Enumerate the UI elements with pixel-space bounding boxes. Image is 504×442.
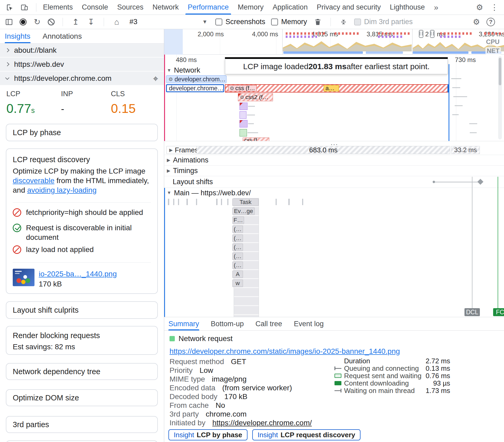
- frames-track-header[interactable]: ▶ Frames: [166, 146, 201, 154]
- timeline-overview[interactable]: 2,000 ms 4,000 ms 1,815 ms 3,815 ms 2 ms…: [164, 29, 504, 55]
- navigation-item-web-dev[interactable]: https://web.dev: [0, 58, 164, 71]
- tab-summary[interactable]: Summary: [168, 317, 199, 330]
- track-title: Network: [174, 66, 200, 74]
- request-chip-small[interactable]: [240, 120, 247, 127]
- tab-network[interactable]: Network: [148, 0, 183, 15]
- collapse-tracks-icon[interactable]: [339, 17, 348, 27]
- tab-insights[interactable]: Insights: [5, 29, 31, 43]
- selected-network-request-chip[interactable]: developer.chrome…: [166, 84, 224, 92]
- collect-garbage-icon[interactable]: [313, 17, 323, 27]
- network-request-chip[interactable]: ⚙ developer.chrom…: [166, 75, 227, 83]
- initiator-link[interactable]: https://developer.chrome.com/: [212, 419, 312, 427]
- task-bar[interactable]: w: [232, 280, 243, 287]
- discoverable-link[interactable]: discoverable: [13, 176, 54, 185]
- kebab-menu-icon[interactable]: ⋮: [490, 3, 499, 12]
- font-request-chip[interactable]: a…: [324, 85, 339, 91]
- css-request-chip-clipped[interactable]: css (f: [243, 138, 269, 141]
- network-activity-bar: [366, 51, 403, 54]
- render-blocking-request-bar[interactable]: ⚙ css (f… a…: [225, 84, 449, 92]
- insight-card-partial[interactable]: [6, 440, 158, 442]
- main-thread-track-header[interactable]: ▼Main — https://web.dev/: [164, 188, 504, 198]
- clear-recording-icon[interactable]: [48, 19, 55, 25]
- live-metrics-home-icon[interactable]: ⌂: [112, 17, 121, 27]
- toggle-sidebar-icon[interactable]: [4, 17, 14, 27]
- tab-bottom-up[interactable]: Bottom-up: [211, 317, 244, 330]
- frames-track[interactable]: ▶ Frames 683.0 ms 33.2 ms: [164, 145, 504, 155]
- insight-card-optimize-dom-size[interactable]: Optimize DOM size: [6, 389, 158, 406]
- tab-console[interactable]: Console: [77, 0, 113, 15]
- css2-request-chip[interactable]: ⚙ css2 (f…: [238, 93, 273, 101]
- frame-duration-bar-tail[interactable]: 33.2 ms: [451, 146, 480, 154]
- task-bar[interactable]: (…: [232, 226, 243, 233]
- insight-lcp-by-phase-button[interactable]: Insight LCP by phase: [168, 429, 247, 440]
- performance-settings-gear-icon[interactable]: ⚙: [472, 17, 481, 27]
- tab-call-tree[interactable]: Call tree: [255, 317, 282, 330]
- lcp-image-file-link[interactable]: io-2025-ba…_1440.png: [39, 270, 117, 278]
- insight-lcp-request-discovery-button[interactable]: Insight LCP request discovery: [252, 429, 360, 440]
- window-left-handle[interactable]: [419, 30, 423, 38]
- screenshots-checkbox[interactable]: Screenshots: [215, 18, 265, 26]
- inspect-element-icon[interactable]: [5, 3, 14, 12]
- task-bar[interactable]: (…: [232, 253, 243, 260]
- timings-track[interactable]: ▶Timings: [164, 166, 504, 176]
- frame-duration-bar[interactable]: 683.0 ms: [197, 146, 450, 154]
- device-toolbar-icon[interactable]: [20, 3, 29, 12]
- card-title: LCP request discovery: [13, 155, 90, 164]
- task-bar[interactable]: (…: [232, 244, 243, 251]
- insight-card-lcp-by-phase[interactable]: LCP by phase: [6, 124, 158, 141]
- task-bar[interactable]: F…: [232, 216, 244, 224]
- tab-privacy-and-security[interactable]: Privacy and security: [312, 0, 385, 15]
- insight-card-render-blocking[interactable]: Render blocking requests Est savings: 82…: [6, 326, 158, 355]
- window-right-handle[interactable]: [430, 30, 435, 38]
- help-icon[interactable]: ?: [486, 18, 495, 26]
- tab-application[interactable]: Application: [268, 0, 312, 15]
- insight-card-layout-shift-culprits[interactable]: Layout shift culprits: [6, 301, 158, 319]
- network-track-header[interactable]: ▼ Network: [167, 66, 200, 74]
- task-bar[interactable]: Task: [232, 198, 259, 206]
- insight-card-lcp-request-discovery[interactable]: LCP request discovery Optimize LCP by ma…: [6, 148, 158, 294]
- animations-track[interactable]: ▶Animations: [164, 155, 504, 166]
- tab-performance[interactable]: Performance: [183, 0, 233, 15]
- tab-lighthouse[interactable]: Lighthouse: [385, 0, 429, 15]
- task-bar[interactable]: A: [232, 271, 243, 278]
- request-chip-small[interactable]: [240, 103, 247, 110]
- tab-event-log[interactable]: Event log: [294, 317, 324, 330]
- fcp-marker-badge[interactable]: FC: [493, 308, 504, 316]
- memory-checkbox[interactable]: Memory: [271, 18, 307, 26]
- insight-card-3rd-parties[interactable]: 3rd parties: [6, 416, 158, 433]
- avoid-lazy-loading-link[interactable]: avoiding lazy-loading: [27, 186, 97, 194]
- settings-gear-icon[interactable]: ⚙: [475, 3, 484, 12]
- network-flame-chart[interactable]: 480 ms 730 ms LCP image loaded 201.83 ms…: [164, 55, 504, 141]
- record-button[interactable]: [20, 19, 27, 25]
- task-bar[interactable]: (…: [232, 235, 243, 242]
- tab-sources[interactable]: Sources: [113, 0, 148, 15]
- tab-elements[interactable]: Elements: [38, 0, 77, 15]
- request-chip-small[interactable]: [240, 129, 247, 136]
- insight-card-network-dependency-tree[interactable]: Network dependency tree: [6, 363, 158, 380]
- request-chip-small[interactable]: [240, 111, 246, 119]
- export-profile-icon[interactable]: ↧: [86, 17, 96, 27]
- navigation-item-developer-chrome[interactable]: https://developer.chrome.com ⌖: [0, 72, 164, 85]
- dim-3rd-parties-checkbox[interactable]: Dim 3rd parties: [354, 18, 413, 26]
- field-measurement-icon[interactable]: ⌖: [153, 74, 158, 83]
- layout-shifts-track[interactable]: Layout shifts: [164, 176, 504, 188]
- main-thread-flame-chart[interactable]: Task Ev…ge F… (… (… (… (… (… A w: [164, 198, 504, 317]
- reload-and-record-icon[interactable]: ↻: [32, 17, 42, 27]
- layout-shift-diamond[interactable]: [477, 179, 484, 185]
- css-request-chip[interactable]: ⚙ css (f…: [228, 85, 257, 91]
- dcl-marker-badge[interactable]: DCL: [464, 308, 480, 316]
- scrollbar-track[interactable]: [498, 56, 502, 139]
- more-tabs-icon[interactable]: »: [429, 0, 443, 15]
- navigation-item-about-blank[interactable]: about://blank: [0, 43, 164, 57]
- tab-annotations[interactable]: Annotations: [43, 29, 82, 43]
- summary-pane: Network request https://developer.chrome…: [164, 331, 504, 442]
- history-select[interactable]: #3 ▼: [127, 18, 210, 26]
- tab-memory[interactable]: Memory: [233, 0, 268, 15]
- task-bar[interactable]: Ev…ge: [232, 207, 255, 215]
- import-profile-icon[interactable]: ↥: [71, 17, 80, 27]
- scrollbar-thumb[interactable]: [499, 58, 501, 85]
- task-bar[interactable]: (…: [232, 262, 243, 269]
- request-url-link[interactable]: https://developer.chrome.com/static/imag…: [170, 347, 400, 356]
- trace-start-marker-line: [164, 55, 165, 141]
- track-resize-handle[interactable]: …: [164, 141, 504, 145]
